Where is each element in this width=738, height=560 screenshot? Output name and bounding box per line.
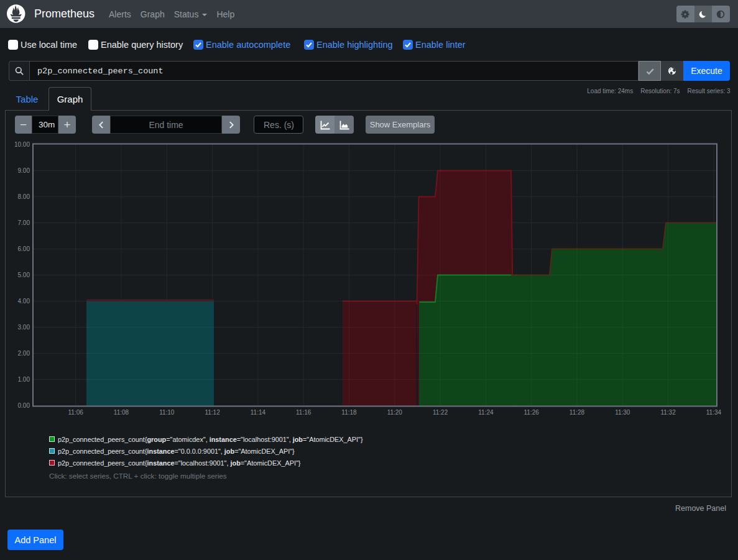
svg-text:11:08: 11:08 [114,409,129,416]
svg-text:8.00: 8.00 [18,193,30,200]
svg-text:9.00: 9.00 [18,167,30,174]
svg-text:10.00: 10.00 [14,141,30,148]
svg-text:11:26: 11:26 [524,409,540,416]
svg-text:11:18: 11:18 [341,409,357,416]
svg-text:11:16: 11:16 [296,409,311,416]
svg-text:11:24: 11:24 [478,409,494,416]
svg-text:1.00: 1.00 [18,376,30,383]
svg-text:11:20: 11:20 [387,409,403,416]
svg-text:11:34: 11:34 [706,409,722,416]
svg-text:11:28: 11:28 [570,409,585,416]
svg-text:0.00: 0.00 [18,402,30,409]
svg-text:11:22: 11:22 [433,409,448,416]
svg-text:11:32: 11:32 [660,409,676,416]
svg-text:11:12: 11:12 [205,409,220,416]
svg-text:7.00: 7.00 [18,219,30,226]
svg-text:3.00: 3.00 [18,324,30,331]
svg-text:2.00: 2.00 [18,350,30,357]
svg-text:11:06: 11:06 [68,409,84,416]
svg-text:5.00: 5.00 [18,272,30,278]
svg-text:11:10: 11:10 [159,409,175,416]
svg-text:11:14: 11:14 [251,409,266,416]
svg-text:6.00: 6.00 [18,246,30,252]
svg-text:11:30: 11:30 [615,409,630,416]
svg-text:4.00: 4.00 [18,298,30,305]
